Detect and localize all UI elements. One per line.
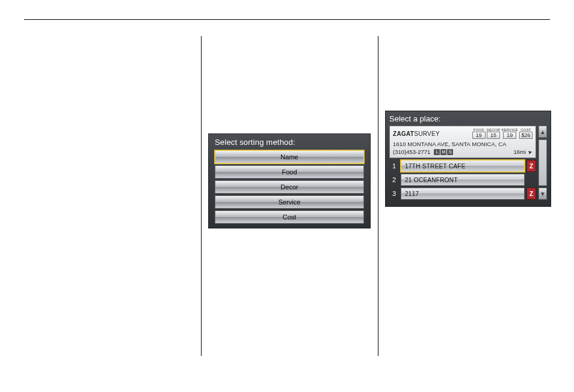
sort-option-cost[interactable]: Cost xyxy=(215,210,364,224)
zagat-logo: ZAGATSURVEY xyxy=(393,130,440,137)
top-rule xyxy=(24,19,550,20)
result-name[interactable]: 21 OCEANFRONT xyxy=(401,174,525,186)
lms-badges: L M S xyxy=(434,149,453,155)
results-list: 1 17TH STREET CAFE Z 2 21 OCEANFRONT Z 3… xyxy=(389,160,536,200)
sort-option-food[interactable]: Food xyxy=(215,165,364,179)
sorting-method-panel: Select sorting method: Name Food Decor S… xyxy=(208,133,371,228)
select-place-panel: Select a place: ZAGATSURVEY FOOD 19 DECO… xyxy=(385,111,551,207)
rating-service: SERVICE 19 xyxy=(501,128,518,139)
result-row-1: 1 17TH STREET CAFE Z xyxy=(389,160,536,172)
column-divider-2 xyxy=(378,36,378,356)
result-number: 1 xyxy=(389,160,399,172)
cursor-icon: ➤ xyxy=(527,149,533,156)
column-divider-1 xyxy=(201,36,202,356)
result-name[interactable]: 17TH STREET CAFE xyxy=(401,160,525,172)
sorting-panel-title: Select sorting method: xyxy=(215,138,364,147)
result-row-2: 2 21 OCEANFRONT Z xyxy=(389,174,536,186)
scroll-down-button[interactable]: ▼ xyxy=(539,188,547,200)
result-number: 3 xyxy=(389,188,399,200)
scroll-track[interactable] xyxy=(539,139,547,186)
rating-cost: COST $26 xyxy=(519,128,532,139)
sort-option-service[interactable]: Service xyxy=(215,195,364,209)
result-name[interactable]: 2117 xyxy=(401,188,525,200)
sort-option-decor[interactable]: Decor xyxy=(215,180,364,194)
zagat-badge-icon[interactable]: Z xyxy=(526,188,536,200)
scroll-up-button[interactable]: ▲ xyxy=(539,126,547,138)
zagat-badge-icon[interactable]: Z xyxy=(526,160,536,172)
ratings-row: FOOD 19 DECOR 15 SERVICE 19 COST xyxy=(472,128,532,139)
scrollbar: ▲ ▼ xyxy=(539,126,547,200)
place-address: 1610 MONTANA AVE, SANTA MONICA, CA xyxy=(393,141,532,147)
result-row-3: 3 2117 Z xyxy=(389,188,536,200)
place-phone: (310)453-2771 xyxy=(393,149,430,155)
rating-food: FOOD 19 xyxy=(472,128,486,139)
place-info-card: ZAGATSURVEY FOOD 19 DECOR 15 SERVICE 19 xyxy=(389,126,536,158)
place-distance: 16mi ➤ xyxy=(513,149,532,155)
result-number: 2 xyxy=(389,174,399,186)
rating-decor: DECOR 15 xyxy=(487,128,501,139)
sorting-options-list: Name Food Decor Service Cost xyxy=(215,150,364,224)
sort-option-name[interactable]: Name xyxy=(215,150,364,164)
zagat-badge-empty: Z xyxy=(526,174,536,186)
place-panel-title: Select a place: xyxy=(389,114,547,123)
